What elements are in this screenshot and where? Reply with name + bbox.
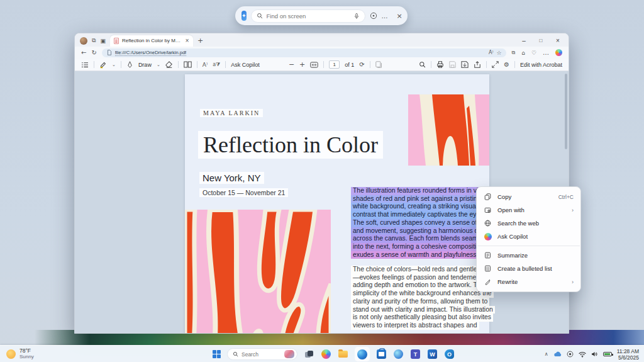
taskbar-search-icon bbox=[233, 351, 238, 357]
ask-copilot-button[interactable]: Ask Copilot bbox=[231, 62, 260, 68]
document-location: New York, NY bbox=[199, 172, 264, 184]
find-on-screen-input[interactable] bbox=[267, 13, 350, 20]
taskbar-clock[interactable]: 11:28 AM 5/6/2025 bbox=[617, 348, 639, 361]
more-options-icon[interactable]: … bbox=[382, 13, 388, 20]
window-close-icon[interactable]: × bbox=[552, 37, 564, 44]
fullscreen-icon[interactable] bbox=[492, 61, 499, 68]
draw-button[interactable]: Draw bbox=[138, 62, 152, 68]
taskbar: 78°F Sunny T W O ∧ bbox=[0, 345, 644, 362]
profile-avatar[interactable] bbox=[80, 37, 87, 45]
settings-more-icon[interactable]: … bbox=[543, 49, 549, 56]
page-view-icon[interactable] bbox=[184, 61, 192, 68]
store-icon[interactable] bbox=[376, 349, 387, 359]
separator bbox=[486, 61, 487, 68]
file-explorer-icon[interactable] bbox=[338, 349, 348, 359]
bulleted-list-icon bbox=[484, 264, 492, 273]
read-aloud-pdf-icon[interactable]: a⧩ bbox=[213, 62, 220, 68]
click-to-do-logo-icon: ✦ bbox=[242, 11, 247, 21]
menu-item-ask-copilot[interactable]: Ask Copilot bbox=[477, 230, 580, 243]
edge-icon-active[interactable] bbox=[355, 347, 370, 361]
teams-icon[interactable]: T bbox=[410, 349, 421, 359]
visual-search-icon[interactable] bbox=[370, 12, 377, 20]
taskbar-search[interactable] bbox=[227, 348, 297, 360]
menu-item-rewrite[interactable]: Rewrite › bbox=[477, 275, 580, 288]
page-number-input[interactable]: 1 bbox=[329, 60, 340, 69]
highlight-icon[interactable] bbox=[99, 61, 107, 69]
globe-icon bbox=[484, 219, 492, 227]
tab-close-icon[interactable]: × bbox=[185, 38, 189, 43]
wifi-icon[interactable] bbox=[579, 351, 586, 358]
share-icon[interactable] bbox=[474, 61, 481, 68]
menu-item-open-with[interactable]: Open with › bbox=[477, 203, 580, 217]
file-icon bbox=[107, 50, 112, 55]
back-icon[interactable]: ← bbox=[81, 49, 86, 56]
draw-pen-icon[interactable] bbox=[126, 61, 133, 68]
weather-widget[interactable]: 78°F Sunny bbox=[6, 348, 34, 360]
highlight-dropdown-icon[interactable]: ⌄ bbox=[112, 62, 116, 67]
hidden-icons-chevron[interactable]: ∧ bbox=[545, 351, 548, 357]
active-tab[interactable]: Reflection in Color by Maya Lark × bbox=[110, 35, 193, 47]
phone-link-icon[interactable] bbox=[393, 349, 404, 359]
pdf-page: MAYA LARKIN Reflection in Color New York… bbox=[185, 74, 489, 334]
menu-item-summarize[interactable]: Summarize bbox=[477, 249, 580, 262]
edit-with-acrobat-button[interactable]: Edit with Acrobat bbox=[520, 62, 562, 68]
pdf-settings-gear-icon[interactable]: ⚙ bbox=[504, 61, 509, 68]
window-controls: – □ × bbox=[518, 37, 564, 44]
rotate-icon[interactable]: ⟳ bbox=[359, 61, 364, 68]
address-bar[interactable]: file:///C:/Users/OneDrive/larkin.pdf A⁾ … bbox=[102, 48, 507, 57]
battery-icon[interactable] bbox=[603, 352, 612, 356]
favorites-star-icon[interactable]: ☆ bbox=[496, 50, 501, 56]
artwork-left bbox=[185, 210, 331, 334]
table-of-contents-icon[interactable] bbox=[81, 62, 89, 68]
search-icon bbox=[257, 13, 263, 19]
split-screen-icon[interactable]: ⧉ bbox=[511, 50, 515, 56]
read-aloud-icon[interactable]: A⁾ bbox=[489, 50, 493, 55]
tab-actions-icon[interactable]: ▣ bbox=[100, 38, 106, 44]
draw-dropdown-icon[interactable]: ⌄ bbox=[157, 62, 160, 67]
outlook-icon[interactable]: O bbox=[444, 349, 455, 359]
menu-divider bbox=[477, 246, 580, 246]
pdf-toolbar: ⌄ Draw ⌄ A⁾ a⧩ Ask Copilot − + 1 of 1 ⟳ bbox=[75, 59, 569, 71]
fit-width-icon[interactable] bbox=[310, 62, 318, 68]
onedrive-icon[interactable] bbox=[553, 351, 562, 357]
save-as-icon[interactable] bbox=[461, 61, 469, 68]
text-size-icon[interactable]: A⁾ bbox=[203, 62, 208, 68]
print-icon[interactable] bbox=[436, 61, 444, 68]
thumbnail-icon[interactable] bbox=[375, 61, 382, 68]
separator bbox=[178, 61, 179, 68]
close-icon[interactable]: × bbox=[397, 12, 402, 20]
submenu-chevron-icon: › bbox=[572, 279, 574, 285]
copilot-icon[interactable] bbox=[555, 49, 562, 56]
workspaces-icon[interactable]: ⧉ bbox=[92, 37, 96, 44]
menu-item-copy[interactable]: Copy Ctrl+C bbox=[477, 190, 580, 203]
browser-essentials-icon[interactable]: ♡ bbox=[531, 50, 536, 56]
pdf-search-icon[interactable] bbox=[419, 61, 426, 68]
maximize-icon[interactable]: □ bbox=[535, 38, 547, 43]
microphone-icon[interactable] bbox=[353, 13, 360, 20]
eraser-icon[interactable] bbox=[165, 61, 173, 68]
menu-item-search-web[interactable]: Search the web bbox=[477, 217, 580, 230]
taskbar-search-input[interactable] bbox=[242, 351, 281, 358]
security-icon[interactable] bbox=[567, 351, 574, 358]
find-on-screen-input-wrap[interactable] bbox=[251, 9, 365, 23]
copy-icon bbox=[484, 193, 492, 201]
body-paragraph: The choice of colors—bold reds and gentl… bbox=[351, 266, 496, 330]
pdf-file-icon bbox=[114, 38, 119, 44]
separator bbox=[431, 61, 431, 68]
collections-icon[interactable]: ⌂ bbox=[521, 50, 525, 56]
volume-icon[interactable] bbox=[591, 351, 598, 357]
taskbar-center: T W O bbox=[213, 346, 455, 362]
zoom-in-icon[interactable]: + bbox=[299, 60, 305, 69]
document-author: MAYA LARKIN bbox=[200, 109, 263, 117]
zoom-out-icon[interactable]: − bbox=[289, 60, 294, 69]
scrollbar[interactable] bbox=[565, 74, 567, 149]
word-icon[interactable]: W bbox=[427, 349, 438, 359]
start-button[interactable] bbox=[213, 350, 221, 358]
refresh-icon[interactable]: ↻ bbox=[91, 49, 96, 56]
menu-item-bulleted-list[interactable]: Create a bulleted list bbox=[477, 262, 580, 275]
task-view-icon[interactable] bbox=[304, 349, 314, 359]
minimize-icon[interactable]: – bbox=[518, 37, 530, 44]
copilot-taskbar-icon[interactable] bbox=[321, 349, 331, 359]
new-tab-icon[interactable]: + bbox=[197, 37, 203, 45]
save-icon[interactable] bbox=[449, 61, 456, 68]
